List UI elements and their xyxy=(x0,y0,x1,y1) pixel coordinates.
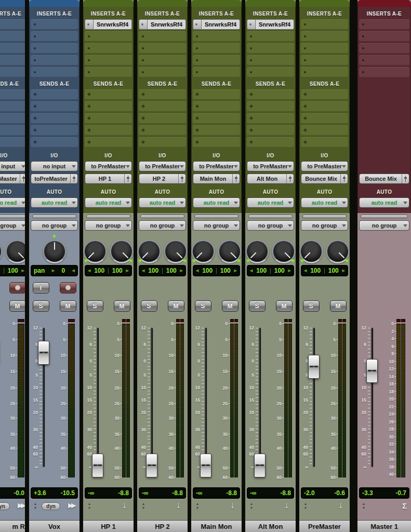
pan-left-arrow-icon[interactable]: ◀ xyxy=(196,269,198,273)
input-path-selector[interactable]: no input xyxy=(31,161,78,171)
pan-right-arrow-icon[interactable]: ▶ xyxy=(234,269,237,273)
track-name[interactable]: m R xyxy=(0,520,25,532)
automation-mode-selector[interactable]: auto read xyxy=(139,197,186,208)
insert-slot[interactable] xyxy=(247,43,294,54)
insert-slot[interactable] xyxy=(31,31,78,42)
pan-knob[interactable] xyxy=(326,240,350,263)
send-slot[interactable] xyxy=(193,137,240,148)
mute-button[interactable]: M xyxy=(222,300,238,312)
pan-right-arrow-icon[interactable]: ▶ xyxy=(288,269,291,273)
nudge-spinner[interactable]: ▲▼ xyxy=(86,502,92,510)
pan-right-arrow-icon[interactable]: ▶ xyxy=(52,269,55,273)
mute-button[interactable]: M xyxy=(9,300,25,312)
automation-mode-selector[interactable]: auto read xyxy=(247,197,294,208)
send-slot[interactable] xyxy=(139,125,186,136)
track-name[interactable]: PreMaster xyxy=(299,520,350,532)
solo-button[interactable]: S xyxy=(249,300,266,312)
output-fader-icon[interactable] xyxy=(70,174,77,183)
automation-mode-selector[interactable]: auto read xyxy=(0,197,25,208)
output-path-selector[interactable]: Alt Mon xyxy=(247,174,294,184)
insert-slot[interactable]: SnrwrksRf4 xyxy=(139,19,186,30)
solo-button[interactable]: S xyxy=(87,300,103,312)
send-slot[interactable] xyxy=(193,89,240,100)
insert-slot[interactable] xyxy=(0,67,25,77)
pan-right-arrow-icon[interactable]: ▶ xyxy=(126,269,129,273)
insert-bypass-button[interactable] xyxy=(85,19,93,30)
send-slot[interactable] xyxy=(85,113,132,124)
pan-knob[interactable] xyxy=(5,240,25,263)
track-name[interactable]: Master 1 xyxy=(357,520,411,532)
output-fader-icon[interactable] xyxy=(232,174,240,183)
send-slot[interactable] xyxy=(139,89,186,100)
pan-knob[interactable] xyxy=(218,240,242,263)
input-path-selector[interactable]: no input xyxy=(0,161,25,171)
insert-slot[interactable]: SnrwrksRf4 xyxy=(247,19,294,30)
fader-track[interactable] xyxy=(205,328,207,467)
pan-right-arrow-icon[interactable]: ▶ xyxy=(180,269,183,273)
fader-cap[interactable] xyxy=(146,454,157,477)
insert-slot[interactable] xyxy=(301,55,348,65)
insert-slot[interactable] xyxy=(193,43,240,54)
record-arm-button[interactable] xyxy=(60,282,76,294)
solo-button[interactable]: S xyxy=(141,300,157,312)
input-path-selector[interactable]: to PreMaster xyxy=(85,161,132,171)
insert-plugin-name[interactable]: SnrwrksRf4 xyxy=(255,19,294,30)
automation-mode-selector[interactable]: auto read xyxy=(193,197,240,208)
clip-indicator-led[interactable] xyxy=(122,319,126,322)
insert-slot[interactable] xyxy=(139,55,186,65)
clip-indicator-led[interactable] xyxy=(180,319,184,322)
automation-mode-selector[interactable]: auto read xyxy=(85,197,132,208)
fader-cap[interactable] xyxy=(254,454,266,477)
automation-mode-selector[interactable]: auto read xyxy=(301,197,348,208)
pan-right-arrow-icon[interactable]: ▶ xyxy=(22,269,24,273)
group-selector[interactable]: no group xyxy=(0,220,25,231)
insert-slot[interactable] xyxy=(247,31,294,42)
send-slot[interactable] xyxy=(301,137,348,148)
send-slot[interactable] xyxy=(193,113,240,124)
clip-indicator-led[interactable] xyxy=(126,319,130,322)
insert-slot[interactable] xyxy=(139,31,186,42)
clip-indicator-led[interactable] xyxy=(288,319,292,322)
automation-mode-selector[interactable]: auto read xyxy=(31,197,78,208)
input-path-selector[interactable]: to PreMaster xyxy=(301,161,348,171)
insert-slot[interactable] xyxy=(193,31,240,42)
insert-slot[interactable] xyxy=(139,43,186,54)
mute-button[interactable]: M xyxy=(60,300,76,312)
group-selector[interactable]: no group xyxy=(247,220,294,231)
insert-slot[interactable] xyxy=(31,43,78,54)
output-path-selector[interactable]: Bounce Mix xyxy=(301,174,348,184)
insert-slot[interactable] xyxy=(0,31,25,42)
insert-slot[interactable] xyxy=(0,19,25,30)
mute-button[interactable]: M xyxy=(114,300,130,312)
input-path-selector[interactable]: to PreMaster xyxy=(139,161,186,171)
output-fader-icon[interactable] xyxy=(340,174,348,183)
output-path-selector[interactable]: toPreMaster xyxy=(0,174,25,184)
insert-slot[interactable] xyxy=(193,67,240,77)
track-name[interactable]: HP 2 xyxy=(137,520,188,532)
insert-plugin-name[interactable]: SnrwrksRf4 xyxy=(147,19,186,30)
fader-track[interactable] xyxy=(97,328,99,467)
mute-button[interactable]: M xyxy=(330,300,347,312)
solo-button[interactable]: S xyxy=(33,300,49,312)
clip-indicator-led[interactable] xyxy=(401,319,405,322)
send-slot[interactable] xyxy=(247,113,294,124)
track-name[interactable]: Main Mon xyxy=(191,520,242,532)
mute-button[interactable]: M xyxy=(276,300,293,312)
nudge-spinner[interactable]: ▲▼ xyxy=(302,502,309,510)
insert-slot[interactable] xyxy=(31,19,78,30)
insert-slot[interactable] xyxy=(359,55,409,65)
send-slot[interactable] xyxy=(31,113,78,124)
fader-cap[interactable] xyxy=(366,359,378,383)
send-slot[interactable] xyxy=(85,89,132,100)
voice-selector[interactable]: dyn xyxy=(0,502,10,510)
send-slot[interactable] xyxy=(31,125,78,136)
insert-slot[interactable] xyxy=(85,43,132,54)
send-slot[interactable] xyxy=(247,89,294,100)
pan-right-arrow-icon[interactable]: ▶ xyxy=(342,269,345,273)
output-path-selector[interactable]: toPreMaster xyxy=(31,174,78,184)
insert-slot[interactable] xyxy=(85,55,132,65)
group-selector[interactable]: no group xyxy=(139,220,186,231)
insert-slot[interactable] xyxy=(193,55,240,65)
pan-knob[interactable] xyxy=(164,240,188,263)
insert-slot[interactable] xyxy=(359,43,409,54)
